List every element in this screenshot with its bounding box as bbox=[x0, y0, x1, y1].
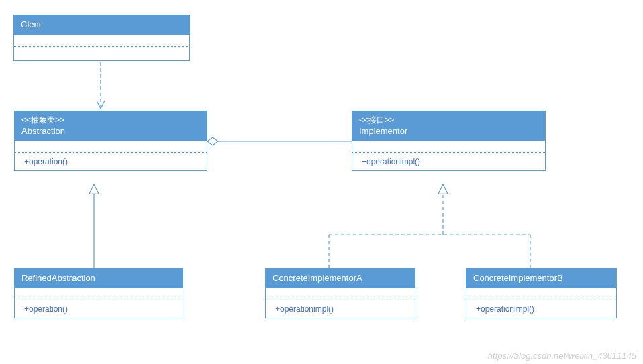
class-method-label: +operationimpl() bbox=[266, 300, 415, 318]
class-attributes-section bbox=[14, 35, 189, 47]
class-method-label: +operation() bbox=[15, 300, 183, 318]
class-attributes-section bbox=[15, 288, 183, 300]
class-name-label: RefinedAbstraction bbox=[21, 273, 95, 283]
class-name-label: ConcreteImplementorB bbox=[473, 273, 563, 283]
class-title: ConcreteImplementorB bbox=[466, 269, 616, 288]
class-title: RefinedAbstraction bbox=[15, 269, 183, 288]
watermark-text: https://blog.csdn.net/weixin_43611145 bbox=[488, 351, 636, 361]
stereotype-label: <<抽象类>> bbox=[21, 115, 200, 126]
class-method-label: +operationimpl() bbox=[352, 153, 545, 170]
class-name-label: Clent bbox=[21, 19, 41, 29]
realization-concretes-to-implementor bbox=[329, 184, 530, 268]
class-method-label: +operation() bbox=[15, 153, 207, 170]
class-title: ConcreteImplementorA bbox=[266, 269, 415, 288]
class-operations-section bbox=[14, 47, 189, 60]
class-implementor: <<接口>> Implementor +operationimpl() bbox=[352, 111, 546, 171]
class-title: Clent bbox=[14, 15, 189, 35]
class-concrete-implementor-b: ConcreteImplementorB +operationimpl() bbox=[466, 268, 617, 318]
class-refined-abstraction: RefinedAbstraction +operation() bbox=[14, 268, 183, 318]
class-title: <<抽象类>> Abstraction bbox=[15, 111, 207, 141]
class-attributes-section bbox=[15, 141, 207, 153]
class-concrete-implementor-a: ConcreteImplementorA +operationimpl() bbox=[265, 268, 415, 318]
class-attributes-section bbox=[466, 288, 616, 300]
class-clent: Clent bbox=[13, 15, 190, 61]
aggregation-abstraction-to-implementor bbox=[207, 137, 352, 145]
class-name-label: Abstraction bbox=[21, 126, 65, 136]
stereotype-label: <<接口>> bbox=[359, 115, 538, 126]
class-method-label: +operationimpl() bbox=[466, 300, 616, 318]
class-abstraction: <<抽象类>> Abstraction +operation() bbox=[14, 111, 207, 171]
class-name-label: Implementor bbox=[359, 126, 407, 136]
class-attributes-section bbox=[352, 141, 545, 153]
class-attributes-section bbox=[266, 288, 415, 300]
class-title: <<接口>> Implementor bbox=[352, 111, 545, 141]
class-name-label: ConcreteImplementorA bbox=[273, 273, 362, 283]
